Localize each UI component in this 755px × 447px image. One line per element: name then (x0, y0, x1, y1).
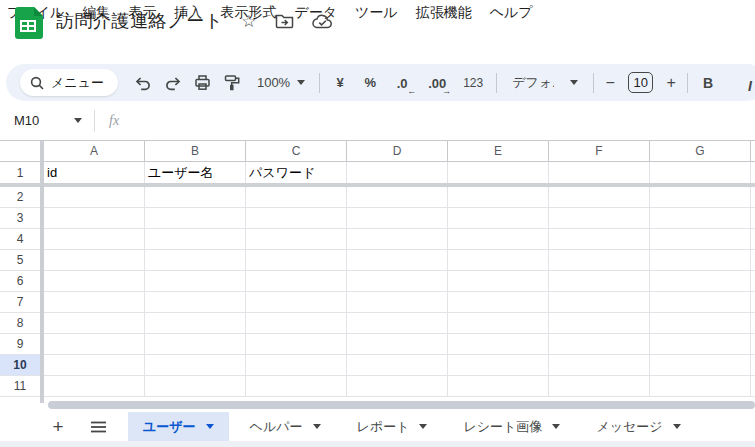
increase-font-size-button[interactable]: + (660, 70, 682, 96)
formula-input[interactable] (119, 101, 755, 140)
cell-G2[interactable] (650, 187, 751, 207)
cell-E3[interactable] (448, 208, 549, 228)
cell-C3[interactable] (246, 208, 347, 228)
cell-E10[interactable] (448, 355, 549, 375)
cell-A4[interactable] (44, 229, 145, 249)
cell-F1[interactable] (549, 162, 650, 183)
column-header-e[interactable]: E (448, 141, 549, 161)
sheets-logo-icon[interactable] (13, 7, 43, 39)
cell-F4[interactable] (549, 229, 650, 249)
cell-C8[interactable] (246, 313, 347, 333)
decrease-font-size-button[interactable]: − (599, 70, 621, 96)
cell-G6[interactable] (650, 271, 751, 291)
cell-B10[interactable] (145, 355, 246, 375)
cell-F11[interactable] (549, 376, 650, 396)
increase-decimal-button[interactable]: .00→ (419, 70, 455, 96)
column-header-c[interactable]: C (246, 141, 347, 161)
cell-E1[interactable] (448, 162, 549, 183)
row-header-5[interactable]: 5 (0, 250, 44, 270)
cell-E9[interactable] (448, 334, 549, 354)
cell-B5[interactable] (145, 250, 246, 270)
cell-E4[interactable] (448, 229, 549, 249)
frozen-pane-vertical-bar[interactable] (40, 141, 44, 403)
menu-extensions[interactable]: 拡張機能 (409, 1, 479, 25)
paint-format-button[interactable] (218, 70, 248, 96)
column-header-d[interactable]: D (347, 141, 448, 161)
cell-D4[interactable] (347, 229, 448, 249)
cell-D7[interactable] (347, 292, 448, 312)
sheet-tab-helpers[interactable]: ヘルパー (235, 412, 336, 441)
chevron-down-icon[interactable] (74, 118, 82, 123)
cell-D11[interactable] (347, 376, 448, 396)
cell-D3[interactable] (347, 208, 448, 228)
column-header-g[interactable]: G (650, 141, 751, 161)
cell-F2[interactable] (549, 187, 650, 207)
cell-E7[interactable] (448, 292, 549, 312)
cell-D1[interactable] (347, 162, 448, 183)
cell-E2[interactable] (448, 187, 549, 207)
column-header-f[interactable]: F (549, 141, 650, 161)
cell-C4[interactable] (246, 229, 347, 249)
zoom-select[interactable]: 100% (248, 70, 314, 96)
print-button[interactable] (188, 70, 218, 96)
cell-A2[interactable] (44, 187, 145, 207)
column-header-b[interactable]: B (145, 141, 246, 161)
cell-F7[interactable] (549, 292, 650, 312)
row-header-3[interactable]: 3 (0, 208, 44, 228)
cell-G3[interactable] (650, 208, 751, 228)
cell-B2[interactable] (145, 187, 246, 207)
sheet-tab-users[interactable]: ユーザー (128, 412, 229, 441)
all-sheets-icon[interactable] (86, 415, 110, 439)
font-size-input[interactable]: 10 (628, 72, 653, 93)
cell-C7[interactable] (246, 292, 347, 312)
redo-button[interactable] (158, 70, 188, 96)
cell-C10[interactable] (246, 355, 347, 375)
cell-E5[interactable] (448, 250, 549, 270)
percent-format-button[interactable]: % (355, 70, 385, 96)
search-menus-button[interactable]: メニュー (20, 69, 118, 96)
cloud-saved-icon[interactable] (312, 13, 333, 29)
cell-D9[interactable] (347, 334, 448, 354)
sheet-tab-messages[interactable]: メッセージ (581, 412, 695, 441)
cell-B6[interactable] (145, 271, 246, 291)
cell-G4[interactable] (650, 229, 751, 249)
cell-G10[interactable] (650, 355, 751, 375)
cell-F6[interactable] (549, 271, 650, 291)
cell-C2[interactable] (246, 187, 347, 207)
cell-D8[interactable] (347, 313, 448, 333)
bold-button[interactable]: B (693, 70, 723, 96)
cell-B8[interactable] (145, 313, 246, 333)
cell-G7[interactable] (650, 292, 751, 312)
cell-F9[interactable] (549, 334, 650, 354)
sheet-tab-reports[interactable]: レポート (342, 412, 443, 441)
row-header-4[interactable]: 4 (0, 229, 44, 249)
add-sheet-button[interactable]: + (46, 415, 70, 439)
sheet-tab-receipt-images[interactable]: レシート画像 (448, 412, 575, 441)
italic-button[interactable]: I (748, 78, 752, 94)
row-header-11[interactable]: 11 (0, 376, 44, 396)
name-box[interactable]: M10 (0, 113, 74, 128)
cell-F5[interactable] (549, 250, 650, 270)
cell-G5[interactable] (650, 250, 751, 270)
font-family-select[interactable]: デフォ... (502, 70, 588, 96)
document-title[interactable]: 訪問介護連絡ノート (56, 9, 223, 33)
undo-button[interactable] (128, 70, 158, 96)
cell-A3[interactable] (44, 208, 145, 228)
cell-D6[interactable] (347, 271, 448, 291)
cell-G9[interactable] (650, 334, 751, 354)
cell-B9[interactable] (145, 334, 246, 354)
row-header-1[interactable]: 1 (0, 162, 44, 183)
cell-B11[interactable] (145, 376, 246, 396)
cell-F10[interactable] (549, 355, 650, 375)
cell-A6[interactable] (44, 271, 145, 291)
row-header-6[interactable]: 6 (0, 271, 44, 291)
currency-format-button[interactable]: ¥ (325, 70, 355, 96)
number-format-button[interactable]: 123 (455, 70, 491, 96)
cell-C5[interactable] (246, 250, 347, 270)
cell-D5[interactable] (347, 250, 448, 270)
cell-D10[interactable] (347, 355, 448, 375)
cell-G11[interactable] (650, 376, 751, 396)
cell-A8[interactable] (44, 313, 145, 333)
row-header-2[interactable]: 2 (0, 187, 44, 207)
menu-help[interactable]: ヘルプ (483, 1, 540, 25)
